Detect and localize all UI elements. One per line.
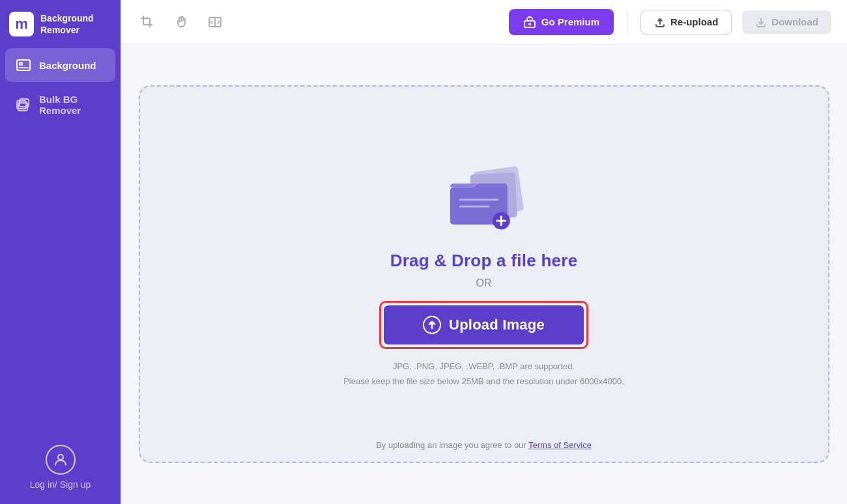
toolbar-icons	[136, 11, 226, 33]
sidebar-item-background-label: Background	[39, 60, 96, 71]
avatar	[46, 445, 76, 475]
bulk-bg-remover-icon	[16, 97, 31, 113]
upload-image-button[interactable]: Upload Image	[384, 305, 584, 344]
premium-icon	[523, 16, 536, 29]
sidebar: m Background Remover Background Bulk BG …	[0, 0, 121, 504]
reupload-icon	[654, 16, 666, 28]
download-icon	[755, 16, 767, 28]
go-premium-button[interactable]: Go Premium	[509, 9, 614, 35]
drag-drop-text: Drag & Drop a file here	[390, 251, 578, 271]
main-content: Go Premium Re-upload Download	[121, 0, 847, 504]
folder-illustration	[438, 165, 530, 236]
sidebar-item-background[interactable]: Background	[5, 48, 115, 82]
upload-icon	[423, 316, 441, 334]
background-icon	[16, 57, 31, 73]
drop-area-container: Drag & Drop a file here OR Upload Image …	[121, 44, 847, 504]
login-area[interactable]: Log in/ Sign up	[0, 433, 121, 504]
tos-link[interactable]: Terms of Service	[528, 440, 592, 450]
crop-icon[interactable]	[136, 11, 158, 33]
tos-text: By uploading an image you agree to our T…	[376, 440, 592, 450]
header-divider	[627, 10, 627, 34]
logo-area: m Background Remover	[0, 0, 121, 47]
sidebar-item-bulk-bg-remover[interactable]: Bulk BG Remover	[5, 85, 115, 125]
logo-char: m	[15, 17, 28, 31]
svg-point-6	[58, 455, 63, 460]
svg-point-10	[528, 23, 531, 25]
sidebar-item-bulk-label: Bulk BG Remover	[39, 94, 81, 116]
logo-icon: m	[9, 12, 34, 36]
folder-icon-area	[437, 158, 531, 236]
reupload-button[interactable]: Re-upload	[640, 10, 732, 35]
logo-text: Background Remover	[40, 12, 94, 36]
header: Go Premium Re-upload Download	[121, 0, 847, 44]
download-button: Download	[742, 10, 831, 34]
upload-button-wrapper: Upload Image	[379, 301, 588, 349]
login-label: Log in/ Sign up	[30, 479, 91, 490]
file-support-text: JPG, .PNG, JPEG, .WEBP, .BMP are support…	[343, 359, 624, 388]
svg-rect-1	[19, 62, 23, 66]
or-text: OR	[476, 277, 492, 289]
drop-area[interactable]: Drag & Drop a file here OR Upload Image …	[139, 85, 829, 463]
hand-icon[interactable]	[170, 11, 192, 33]
compare-icon[interactable]	[204, 11, 226, 33]
